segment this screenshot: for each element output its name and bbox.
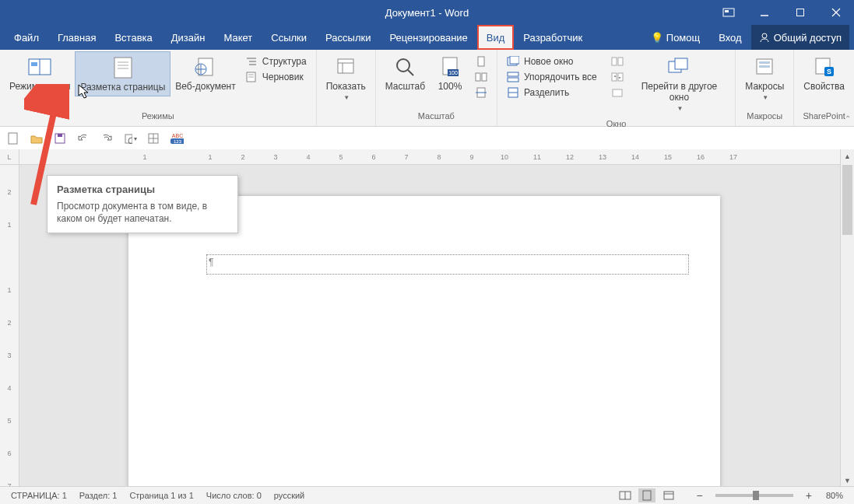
status-section[interactable]: Раздел: 1 (73, 491, 124, 500)
one-page-icon (475, 55, 487, 68)
show-button[interactable]: Показать▼ (322, 51, 371, 107)
split-button[interactable]: Разделить (504, 86, 600, 100)
share-button[interactable]: Общий доступ (751, 25, 849, 50)
zoom-100-button[interactable]: 100 100% (430, 51, 470, 95)
print-layout-icon (111, 55, 135, 80)
new-doc-button[interactable] (6, 131, 20, 145)
window-title: Документ1 - Word (385, 7, 469, 19)
scroll-up-icon[interactable]: ▲ (841, 149, 854, 163)
svg-rect-1 (725, 10, 729, 12)
web-layout-icon (193, 54, 218, 79)
page[interactable]: ¶ (128, 196, 720, 487)
zoom-out-button[interactable]: − (694, 489, 706, 502)
reset-window-icon (611, 86, 624, 99)
svg-rect-22 (338, 59, 353, 73)
sync-scroll-icon (611, 71, 624, 83)
scrollbar-thumb[interactable] (842, 165, 852, 235)
print-preview-button[interactable]: ▾ (123, 131, 137, 145)
status-bar: СТРАНИЦА: 1 Раздел: 1 Страница 1 из 1 Чи… (0, 486, 854, 504)
horizontal-ruler[interactable]: 11234567891011121314151617 (19, 149, 854, 165)
redo-button[interactable] (100, 131, 114, 145)
svg-rect-42 (618, 58, 623, 65)
multi-page-button[interactable] (472, 70, 490, 84)
collapse-ribbon-button[interactable]: ⌃ (845, 114, 851, 123)
svg-line-26 (408, 70, 413, 75)
save-button[interactable] (53, 131, 67, 145)
ribbon: Режим чтения Разметка страницы Веб-докум… (0, 50, 854, 127)
svg-rect-38 (508, 78, 518, 82)
svg-point-25 (397, 59, 409, 72)
title-bar: Документ1 - Word (0, 0, 854, 25)
side-by-side-icon (611, 55, 624, 68)
undo-button[interactable] (76, 131, 90, 145)
sharepoint-icon: S (812, 54, 837, 79)
tab-design[interactable]: Дизайн (162, 25, 215, 50)
tab-view[interactable]: Вид (477, 25, 515, 50)
svg-rect-56 (58, 134, 62, 137)
status-page[interactable]: СТРАНИЦА: 1 (5, 491, 73, 500)
svg-rect-31 (476, 73, 480, 81)
zoom-slider[interactable] (715, 494, 793, 497)
zoom-level[interactable]: 80% (820, 491, 849, 500)
print-layout-button[interactable]: Разметка страницы (75, 51, 170, 96)
tab-layout[interactable]: Макет (214, 25, 262, 50)
svg-rect-30 (478, 57, 484, 66)
share-icon (759, 32, 770, 43)
status-page-of[interactable]: Страница 1 из 1 (123, 491, 199, 500)
status-word-count[interactable]: Число слов: 0 (200, 491, 268, 500)
svg-rect-36 (510, 56, 519, 64)
ribbon-display-options-icon[interactable] (711, 0, 747, 25)
sign-in[interactable]: Вход (709, 25, 750, 50)
vertical-ruler[interactable]: 211234567 (0, 165, 19, 487)
svg-rect-47 (675, 58, 687, 69)
arrange-all-icon (507, 71, 519, 83)
scroll-down-icon[interactable]: ▼ (841, 474, 854, 487)
tell-me[interactable]: 💡Помощ (641, 25, 709, 50)
zoom-button[interactable]: Масштаб (381, 51, 430, 95)
web-layout-button[interactable]: Веб-документ (170, 51, 240, 95)
tab-review[interactable]: Рецензирование (380, 25, 476, 50)
svg-rect-3 (797, 9, 804, 16)
draft-button[interactable]: Черновик (242, 70, 310, 84)
tab-insert[interactable]: Вставка (105, 25, 161, 50)
arrange-all-button[interactable]: Упорядочить все (504, 70, 600, 84)
tab-developer[interactable]: Разработчик (514, 25, 592, 50)
page-width-button[interactable] (472, 86, 490, 100)
switch-windows-button[interactable]: Перейти в другое окно▼ (628, 51, 731, 117)
macros-button[interactable]: Макросы▼ (740, 51, 789, 107)
reset-window-button[interactable] (608, 86, 627, 100)
minimize-button[interactable] (747, 0, 782, 25)
vertical-scrollbar[interactable]: ▲ ▼ (840, 149, 854, 487)
group-label-views: Режимы (142, 110, 174, 126)
close-button[interactable] (818, 0, 854, 25)
read-mode-view-button[interactable] (617, 488, 634, 502)
spelling-button[interactable]: 123ABC (170, 131, 184, 145)
svg-rect-49 (759, 61, 770, 64)
open-button[interactable] (30, 131, 44, 145)
ribbon-tabs: Файл Главная Вставка Дизайн Макет Ссылки… (0, 25, 854, 50)
tooltip-title: Разметка страницы (57, 184, 228, 195)
status-language[interactable]: русский (268, 491, 311, 500)
tab-mailings[interactable]: Рассылки (316, 25, 380, 50)
svg-rect-9 (31, 62, 37, 66)
view-side-by-side-button[interactable] (608, 54, 627, 68)
maximize-button[interactable] (782, 0, 818, 25)
outline-button[interactable]: Структура (242, 54, 310, 68)
tab-home[interactable]: Главная (48, 25, 105, 50)
new-window-button[interactable]: Новое окно (504, 54, 600, 68)
svg-point-6 (762, 33, 767, 38)
tab-file[interactable]: Файл (5, 25, 48, 50)
ruler-corner[interactable]: L (0, 149, 19, 165)
sync-scroll-button[interactable] (608, 70, 627, 84)
tab-references[interactable]: Ссылки (262, 25, 316, 50)
zoom-in-button[interactable]: + (803, 489, 815, 502)
web-layout-view-button[interactable] (660, 488, 677, 502)
read-mode-button[interactable]: Режим чтения (5, 51, 75, 95)
print-layout-view-button[interactable] (638, 488, 655, 502)
table-button[interactable] (146, 131, 160, 145)
svg-rect-50 (759, 65, 770, 68)
one-page-button[interactable] (472, 54, 490, 68)
properties-button[interactable]: S Свойства (799, 51, 849, 95)
outline-icon (245, 55, 258, 68)
svg-rect-69 (664, 492, 673, 499)
